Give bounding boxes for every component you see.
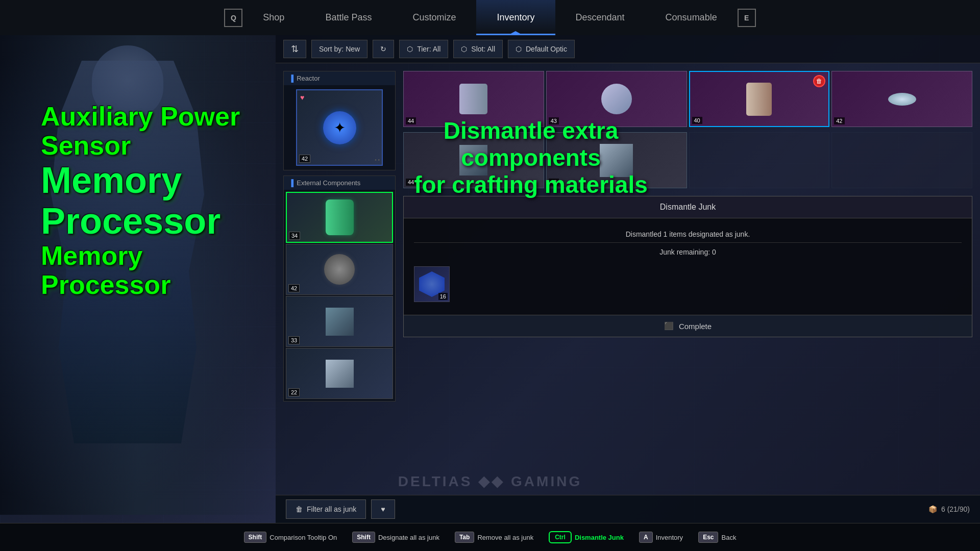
watermark: DELTIAS ◆◆ GAMING: [398, 473, 582, 490]
ext-level-0: 34: [289, 232, 300, 240]
sort-label: Sort by: New: [319, 45, 360, 53]
ext-item-3[interactable]: 22: [286, 348, 393, 399]
nav-battle-pass[interactable]: Battle Pass: [305, 0, 392, 35]
ext-icon-3: [326, 360, 354, 388]
hotkey-back: Esc Back: [698, 532, 736, 543]
sort-icon: ⇅: [291, 43, 299, 55]
complete-icon: ⬛: [664, 321, 674, 331]
reward-icon: 16: [414, 266, 450, 302]
ext-icon-2: [326, 308, 354, 336]
inv-cell-3[interactable]: 42: [831, 71, 972, 127]
overlay-line3: Memory: [41, 160, 240, 201]
complete-button[interactable]: ⬛ Complete: [404, 315, 972, 337]
slot-label: Slot: All: [471, 45, 495, 53]
dismantle-panel: Dismantle Junk Dismantled 1 items design…: [403, 196, 972, 337]
reactor-header: Reactor: [284, 71, 395, 85]
dismantle-label: Dismantle Junk: [575, 534, 624, 541]
shift-badge-1: Shift: [244, 532, 267, 543]
ext-level-2: 33: [288, 336, 300, 344]
filter-junk-label: Filter all as junk: [307, 505, 356, 513]
filter-junk-btn[interactable]: 🗑 Filter all as junk: [286, 499, 366, 519]
bottom-bar: Shift Comparison Tooltip On Shift Design…: [0, 523, 980, 551]
reactor-section: Reactor ♥ ✦ 42 • •: [283, 71, 396, 170]
tier-btn[interactable]: ⬡ Tier: All: [399, 40, 448, 58]
default-optic-btn[interactable]: ⬡ Default Optic: [508, 40, 575, 58]
nav-shop[interactable]: Shop: [242, 0, 305, 35]
dismantle-title: Dismantle Junk: [404, 196, 972, 218]
overlay-line4: Processor: [41, 201, 240, 241]
remove-label: Remove all as junk: [477, 534, 533, 541]
hotkey-comparison: Shift Comparison Tooltip On: [244, 532, 337, 543]
nav-consumable[interactable]: Consumable: [645, 0, 738, 35]
inv-cell-7: [831, 132, 972, 188]
heart-icon: ♥: [381, 505, 385, 513]
reactor-level: 42: [299, 155, 310, 163]
instruction-line2: for crafting materials: [383, 171, 679, 198]
nav-key-q[interactable]: Q: [224, 9, 242, 27]
slot-btn[interactable]: ⬡ Slot: All: [453, 40, 503, 58]
main-content: ⇅ Sort by: New ↻ ⬡ Tier: All ⬡ Slot: All…: [276, 35, 980, 551]
optic-label: Default Optic: [526, 45, 567, 53]
inv-cell-2[interactable]: 🗑 40: [689, 71, 830, 127]
instruction-text: Dismantle extra components for crafting …: [383, 117, 679, 198]
inv-level-3: 42: [834, 117, 844, 124]
top-nav: Q Shop Battle Pass Customize Inventory D…: [0, 0, 980, 35]
hotkey-inventory: A Inventory: [639, 532, 683, 543]
sort-btn[interactable]: Sort by: New: [311, 40, 368, 58]
nav-key-e[interactable]: E: [738, 9, 756, 27]
complete-label: Complete: [679, 322, 712, 331]
esc-badge: Esc: [698, 532, 718, 543]
action-buttons: 🗑 Filter all as junk ♥: [286, 499, 395, 519]
tier-label: Tier: All: [417, 45, 440, 53]
ext-icon-0: [326, 199, 354, 235]
external-section: External Components 34 42: [283, 176, 396, 402]
nav-descendant[interactable]: Descendant: [555, 0, 645, 35]
ctrl-badge: Ctrl: [549, 531, 572, 543]
sort-icon-btn[interactable]: ⇅: [283, 40, 306, 58]
bottom-action-bar: 🗑 Filter all as junk ♥ 📦 6 (21/90): [276, 495, 980, 523]
inventory-count: 📦 6 (21/90): [928, 505, 970, 513]
ext-level-3: 22: [288, 388, 300, 396]
junk-remaining: Junk remaining: 0: [414, 243, 962, 261]
inv-icon-2: [746, 83, 772, 116]
tab-badge: Tab: [455, 532, 474, 543]
hotkey-remove: Tab Remove all as junk: [455, 532, 533, 543]
inventory-count-label: 6 (21/90): [941, 505, 970, 513]
overlay-line1: Auxiliary Power: [41, 102, 240, 131]
delete-badge: 🗑: [813, 75, 825, 87]
ext-item-0[interactable]: 34: [286, 192, 393, 243]
back-label: Back: [721, 534, 736, 541]
overlay-line2: Sensor: [41, 131, 240, 160]
ext-item-1[interactable]: 42: [286, 244, 393, 295]
inv-icon-3: [888, 93, 916, 106]
equipment-panel: Reactor ♥ ✦ 42 • • External Components: [283, 71, 396, 543]
favorite-icon: ♥: [300, 93, 304, 102]
dismantle-reward: 16: [414, 261, 962, 307]
ext-list: 34 42 33 22: [284, 190, 395, 401]
inv-cell-6: [689, 132, 830, 188]
reward-count: 16: [438, 293, 448, 300]
reactor-slot[interactable]: ♥ ✦ 42 • •: [296, 89, 383, 166]
refresh-btn[interactable]: ↻: [373, 40, 394, 58]
refresh-icon: ↻: [380, 45, 386, 53]
shift-badge-2: Shift: [352, 532, 375, 543]
nav-inventory[interactable]: Inventory: [476, 0, 555, 35]
overlay-line6: Processor: [41, 270, 240, 299]
comparison-label: Comparison Tooltip On: [270, 534, 337, 541]
nav-customize[interactable]: Customize: [392, 0, 476, 35]
favorite-btn[interactable]: ♥: [371, 499, 395, 519]
tier-icon: ⬡: [407, 45, 413, 53]
filter-bar: ⇅ Sort by: New ↻ ⬡ Tier: All ⬡ Slot: All…: [276, 35, 980, 63]
inv-level-2: 40: [692, 117, 702, 124]
hotkey-dismantle: Ctrl Dismantle Junk: [549, 531, 624, 543]
ext-level-1: 42: [288, 284, 300, 292]
inventory-icon: 📦: [928, 505, 937, 513]
inv-icon-1: [601, 84, 632, 114]
a-badge: A: [639, 532, 653, 543]
reactor-icon: ✦: [323, 111, 356, 144]
ext-item-2[interactable]: 33: [286, 296, 393, 347]
dismantle-message: Dismantled 1 items designated as junk.: [414, 226, 962, 243]
external-header: External Components: [284, 176, 395, 190]
overlay-line5: Memory: [41, 241, 240, 270]
overlay-text: Auxiliary Power Sensor Memory Processor …: [41, 102, 240, 299]
